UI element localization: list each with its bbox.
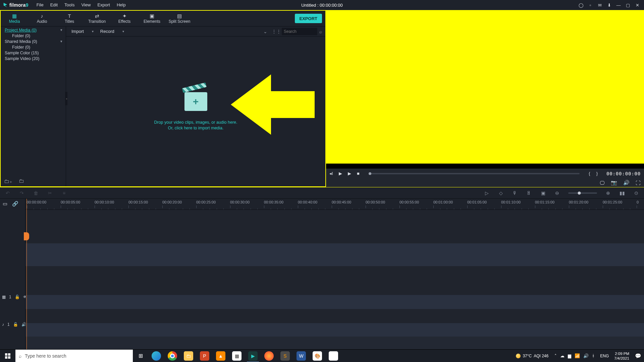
menu-tools[interactable]: Tools (61, 0, 78, 10)
open-folder-icon[interactable]: 🗀 (19, 178, 24, 184)
timeline-tracks[interactable]: 00:00:00:0000:00:05:0000:00:10:0000:00:1… (25, 199, 644, 349)
lock-icon[interactable]: 🔓 (13, 322, 18, 327)
media-tree-item[interactable]: Shared Media (0)▾ (1, 39, 66, 44)
language-indicator[interactable]: ENG (597, 354, 611, 358)
render-icon[interactable]: ▷ (484, 190, 490, 196)
media-tree-item[interactable]: Project Media (0)▾ (1, 27, 66, 33)
manage-tracks-icon[interactable]: ▭ (3, 201, 7, 207)
mixer-icon[interactable]: 🎚 (526, 190, 532, 196)
split-icon[interactable]: ✂ (47, 190, 53, 196)
media-search-input[interactable] (282, 28, 317, 35)
zoom-out-icon[interactable]: ⊖ (554, 190, 560, 196)
app-word[interactable]: W (293, 350, 309, 362)
maximize-icon[interactable]: ▢ (623, 0, 633, 10)
mark-out-icon[interactable]: } (596, 171, 598, 176)
tab-media[interactable]: ▦Media (1, 11, 28, 26)
sort-icon[interactable]: ⋮⋮⋮ (272, 29, 279, 34)
zoom-in-icon[interactable]: ⊕ (605, 190, 611, 196)
media-tree-item[interactable]: Folder (0) (1, 44, 66, 50)
stop-icon[interactable]: ■ (357, 171, 360, 176)
new-folder-icon[interactable]: 🗀₊ (4, 178, 12, 184)
prev-frame-icon[interactable]: ◂Ⅰ (329, 171, 333, 176)
filter-icon[interactable]: ⌄ (262, 29, 269, 34)
app-sublime[interactable]: S (277, 350, 293, 362)
app-chrome[interactable] (164, 350, 180, 362)
video-track-icon: ▦ (2, 295, 6, 299)
camera-icon[interactable]: 📷 (611, 180, 617, 186)
bluetooth-icon[interactable]: ᚼ (592, 353, 595, 358)
action-center-icon[interactable]: 💬 (632, 353, 644, 359)
crop-icon[interactable]: ▣ (540, 190, 546, 196)
tray-clock[interactable]: 2:09 PM 7/4/2021 (611, 351, 632, 361)
media-tree-item[interactable]: Sample Video (20) (1, 56, 66, 61)
app-paint[interactable]: 🖌 (325, 350, 341, 362)
preview-scrubber[interactable] (369, 173, 580, 174)
app-firefox[interactable] (261, 350, 277, 362)
voiceover-icon[interactable]: 🎙 (512, 190, 518, 196)
snapshot-icon[interactable]: 🖵 (600, 180, 605, 186)
menu-file[interactable]: File (33, 0, 47, 10)
adjust-icon[interactable]: ≡ (61, 190, 67, 196)
wifi-icon[interactable]: 📶 (575, 353, 580, 358)
lock-icon[interactable]: 🔓 (15, 295, 20, 299)
audio-track-header[interactable]: ♪ 1 🔓 🔊 (2, 322, 26, 327)
battery-icon[interactable]: ▆ (568, 353, 571, 358)
tab-titles[interactable]: TTitles (56, 11, 83, 26)
redo-icon[interactable]: ↷ (19, 190, 25, 196)
tab-elements[interactable]: ▣Elements (138, 11, 166, 26)
play-icon[interactable]: ▶ (339, 171, 342, 176)
tab-audio[interactable]: ♪Audio (28, 11, 56, 26)
message-icon[interactable]: ✉ (595, 0, 604, 10)
save-icon[interactable]: ▫ (586, 0, 595, 10)
record-dropdown[interactable]: Record▾ (98, 29, 126, 34)
start-button[interactable] (0, 350, 15, 362)
close-icon[interactable]: ✕ (633, 0, 642, 10)
taskbar-search[interactable]: ⌕ Type here to search (15, 350, 133, 362)
settings-icon[interactable]: ⊙ (633, 190, 639, 196)
delete-icon[interactable]: 🗑 (33, 190, 39, 196)
app-vlc[interactable]: ▲ (213, 350, 229, 362)
search-icon[interactable]: ⌕ (319, 29, 322, 34)
left-panel: ▦Media♪AudioTTitles⇄Transition✦Effects▣E… (0, 10, 326, 187)
tab-effects[interactable]: ✦Effects (111, 11, 138, 26)
menu-view[interactable]: View (78, 0, 94, 10)
mark-in-icon[interactable]: { (589, 171, 590, 176)
fit-icon[interactable]: ▮▮ (619, 190, 625, 196)
media-drop-zone[interactable]: + Drop your video clips, images, or audi… (66, 37, 325, 186)
next-frame-icon[interactable]: ▶ (348, 171, 351, 176)
app-paintnet[interactable]: 🎨 (309, 350, 325, 362)
panel-resize-handle[interactable]: ◂ (65, 92, 67, 105)
timeline-ruler[interactable]: 00:00:00:0000:00:05:0000:00:10:0000:00:1… (25, 199, 644, 210)
zoom-slider[interactable] (568, 192, 597, 194)
app-edge[interactable] (148, 350, 164, 362)
account-icon[interactable]: ◯ (576, 0, 586, 10)
menu-help[interactable]: Help (113, 0, 129, 10)
media-tree-item[interactable]: Sample Color (15) (1, 50, 66, 56)
app-explorer[interactable]: 🗀 (180, 350, 197, 362)
app-filmora[interactable]: ▶ (245, 350, 261, 362)
export-button[interactable]: EXPORT (295, 14, 322, 23)
link-icon[interactable]: 🔗 (12, 201, 18, 207)
undo-icon[interactable]: ↶ (5, 190, 11, 196)
app-photos[interactable]: ▦ (229, 350, 245, 362)
fullscreen-icon[interactable]: ⛶ (636, 180, 641, 186)
menu-export[interactable]: Export (94, 0, 113, 10)
import-dropdown[interactable]: Import▾ (69, 29, 96, 34)
update-icon[interactable]: ⬇ (604, 0, 614, 10)
tab-transition[interactable]: ⇄Transition (83, 11, 111, 26)
weather-widget[interactable]: 37°C AQI 246 (513, 354, 552, 358)
app-powerpoint[interactable]: P (197, 350, 213, 362)
video-track-header[interactable]: ▦ 1 🔓 👁 (2, 295, 27, 299)
onedrive-icon[interactable]: ☁ (560, 353, 565, 358)
task-view-icon[interactable]: ⊞ (133, 350, 148, 362)
sound-icon[interactable]: 🔊 (583, 353, 589, 358)
marker-icon[interactable]: ◇ (498, 190, 504, 196)
tray-chevron-icon[interactable]: ˄ (554, 353, 557, 358)
menu-edit[interactable]: Edit (47, 0, 61, 10)
tab-split-screen[interactable]: ▤Split Screen (166, 11, 193, 26)
media-tree-item[interactable]: Folder (0) (1, 33, 66, 39)
filmora-logo-icon (3, 2, 8, 8)
volume-icon[interactable]: 🔊 (623, 180, 630, 186)
playhead[interactable] (26, 199, 27, 349)
minimize-icon[interactable]: — (614, 0, 623, 10)
